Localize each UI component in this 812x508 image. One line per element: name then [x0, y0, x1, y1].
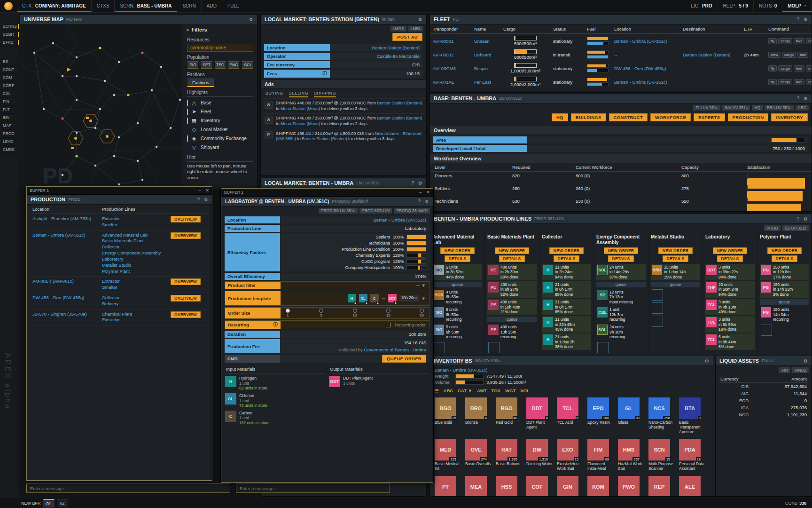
sort-tab[interactable]: VOL: [520, 388, 530, 393]
production-order-card[interactable]: TCL 3 units in 6h 59m 16% done: [705, 316, 755, 333]
scrn-button[interactable]: SCRN: [177, 0, 201, 12]
ship-location-link[interactable]: --: [614, 52, 617, 57]
gear-icon[interactable]: ⚙: [418, 181, 422, 186]
details-button[interactable]: DETAILS: [445, 255, 471, 262]
overview-button[interactable]: OVERVIEW: [171, 278, 201, 285]
inventory-item[interactable]: OVE 274 Basic Overalls: [465, 439, 492, 471]
base-nav-button[interactable]: PRODUCTION: [728, 113, 769, 121]
details-button[interactable]: DETAILS: [608, 255, 634, 262]
gear-icon[interactable]: ⚙: [204, 197, 208, 202]
production-order-card[interactable]: SP 12 units 7h 13m input missing: [596, 289, 646, 305]
command-tag[interactable]: PLI UV-351c: [693, 105, 720, 111]
ship-name-link[interactable]: Bespin: [474, 66, 488, 71]
ship-command-button[interactable]: fuel: [794, 65, 804, 71]
sidebar-item[interactable]: FLT: [0, 106, 19, 114]
inventory-item[interactable]: COF: [526, 476, 553, 497]
inventory-item[interactable]: PDA 18 Personal Data Assistant: [679, 439, 705, 471]
inventory-item[interactable]: PWO: [618, 476, 644, 497]
gear-icon[interactable]: ⚙: [804, 17, 808, 22]
population-filter-button[interactable]: ENG: [228, 61, 240, 69]
production-order-card[interactable]: PE 400 units in 6h 27m 52% done: [487, 281, 537, 298]
command-tag[interactable]: INV UV-351c: [722, 105, 750, 111]
sidebar-item[interactable]: FIN: [0, 98, 19, 106]
new-order-button[interactable]: NEW ORDER: [604, 247, 639, 254]
ads-filter-tab[interactable]: SELLING: [289, 91, 309, 97]
production-order-card[interactable]: H 21 units in 6h 17m 85% done: [542, 299, 591, 315]
buffer-title-bar[interactable]: BUFFER 2 –✕: [221, 189, 433, 197]
market-ad-row[interactable]: A SHIPPING 446.00t / 250.00m³ @ 2,000.00…: [261, 98, 426, 113]
destination-link[interactable]: Benten Station (Benten): [302, 136, 347, 141]
command-tag[interactable]: PROD BS UV-351c: [319, 208, 358, 214]
production-order-card[interactable]: PG 150 units in 12h 8m 17% done: [760, 264, 809, 280]
production-line-link[interactable]: Smelter: [102, 285, 167, 291]
production-order-card[interactable]: BRO 15 units in 1 day 14h 19% done: [651, 264, 700, 280]
ship-command-button[interactable]: cargo: [778, 65, 792, 71]
highlight-toggle[interactable]: △ Base: [187, 98, 253, 107]
minimize-icon[interactable]: –: [198, 188, 201, 193]
site-location-link[interactable]: JS-570 - Singren (JS-570a): [32, 311, 87, 317]
ship-transponder-link[interactable]: AVI-041AL: [433, 79, 454, 85]
sort-tab[interactable]: CAT ▼: [458, 388, 472, 393]
gear-icon[interactable]: ⚙: [425, 199, 429, 204]
inventory-item[interactable]: EPO 160 Epoxy Resin: [587, 397, 614, 434]
ship-command-button[interactable]: fuel: [797, 52, 808, 58]
market-ad-row[interactable]: A SHIPPING 446.00t / 250.00m³ @ 2,000.00…: [261, 113, 426, 128]
highlight-toggle[interactable]: ◈ Commodity Exchange: [187, 134, 253, 143]
operator-link[interactable]: Castillo-Ito Mercantile: [377, 54, 420, 59]
highlight-toggle[interactable]: ▽ Shipyard: [187, 143, 253, 152]
inventory-item[interactable]: KOM: [587, 476, 614, 497]
production-order-card[interactable]: SOL 24 units in 14m 28s 97% done: [596, 264, 646, 280]
inventory-item[interactable]: TCL 6 TCL Acid: [557, 397, 583, 434]
chevron-down-icon[interactable]: ▼: [422, 283, 426, 288]
origin-link[interactable]: Benten Station (Benten): [377, 101, 422, 105]
population-filter-button[interactable]: PIO: [187, 61, 199, 69]
production-line-link[interactable]: Collector: [102, 295, 167, 301]
sidebar-item[interactable]: INV: [0, 114, 19, 122]
new-order-button[interactable]: NEW ORDER: [767, 247, 802, 254]
queue-order-button[interactable]: QUEUE ORDER: [382, 355, 426, 363]
production-line-link[interactable]: Basic Materials Plant: [102, 238, 167, 244]
ship-name-link[interactable]: Far East: [474, 79, 491, 85]
destination-link[interactable]: Moria Station (Moria): [281, 106, 320, 111]
close-icon[interactable]: ✕: [205, 188, 209, 193]
input-material-row[interactable]: CL Chlorine 1 unit 73 units in store: [225, 393, 325, 408]
minimize-icon[interactable]: –: [419, 190, 422, 195]
info-icon[interactable]: ⓘ: [273, 322, 278, 328]
sidebar-item[interactable]: CONT: [0, 66, 19, 74]
production-line-link[interactable]: Metalist Studio: [102, 262, 167, 269]
new-order-button[interactable]: NEW ORDER: [713, 247, 748, 254]
ship-destination-link[interactable]: Benten Station (Benten): [683, 52, 730, 57]
factions-button[interactable]: Factions: [187, 79, 214, 87]
slider-tick[interactable]: [353, 309, 357, 313]
market-ad-row[interactable]: P SHIPPING 498.41t / 214.00m³ @ 4,500.00…: [261, 129, 426, 144]
slider-tick[interactable]: [319, 309, 323, 313]
inventory-item[interactable]: EXO 15 Exoskeleton Work Suit: [557, 439, 583, 471]
buffer-title-bar[interactable]: BUFFER 1 –✕: [27, 187, 212, 195]
base-nav-button[interactable]: BUILDINGS: [571, 113, 606, 121]
new-buffer-button[interactable]: NEW BFR: [21, 501, 41, 506]
message-input[interactable]: [236, 486, 390, 491]
ship-command-button[interactable]: cargo: [778, 79, 792, 85]
base-nav-button[interactable]: CONSTRUCT: [609, 113, 648, 121]
inventory-item[interactable]: DDT 6 DDT Plant Agent: [526, 397, 553, 434]
production-order-card[interactable]: DDT 3 units in 39m 22s 94% done: [705, 264, 755, 280]
help-icon[interactable]: ?: [418, 199, 421, 204]
production-order-card[interactable]: THF 20 units in 50m 24s 94% done: [705, 281, 755, 298]
destination-link[interactable]: Moria Station (Moria): [281, 121, 320, 126]
inventory-item[interactable]: BGO 25 Blue Gold: [435, 397, 461, 434]
location-link[interactable]: Benten Station (Benten): [372, 45, 420, 50]
sidebar-item[interactable]: COM: [0, 74, 19, 82]
recurring-checkbox[interactable]: [386, 323, 390, 327]
ship-command-button[interactable]: fuel: [794, 79, 804, 85]
inventory-item[interactable]: BTA 9 Basic Transparent Aperture: [679, 397, 705, 434]
ship-transponder-link[interactable]: AVI-03GM6: [433, 66, 456, 71]
base-nav-button[interactable]: WORKFORCE: [650, 113, 691, 121]
production-line-link[interactable]: Smelter: [102, 222, 167, 228]
site-location-link[interactable]: AM-001 c (AM-001c): [32, 278, 74, 284]
inventory-item[interactable]: ALE: [679, 476, 705, 497]
production-order-card[interactable]: SIO 5 units 6h 53m recurring: [433, 306, 482, 323]
inventory-item[interactable]: GIN: [557, 476, 583, 497]
screen-selector[interactable]: SCRN: BASE - UMBRA: [115, 0, 177, 12]
command-tag[interactable]: PROD: [764, 225, 781, 231]
production-order-card[interactable]: H 21 units in 1 day 2h 36% done: [542, 333, 591, 350]
